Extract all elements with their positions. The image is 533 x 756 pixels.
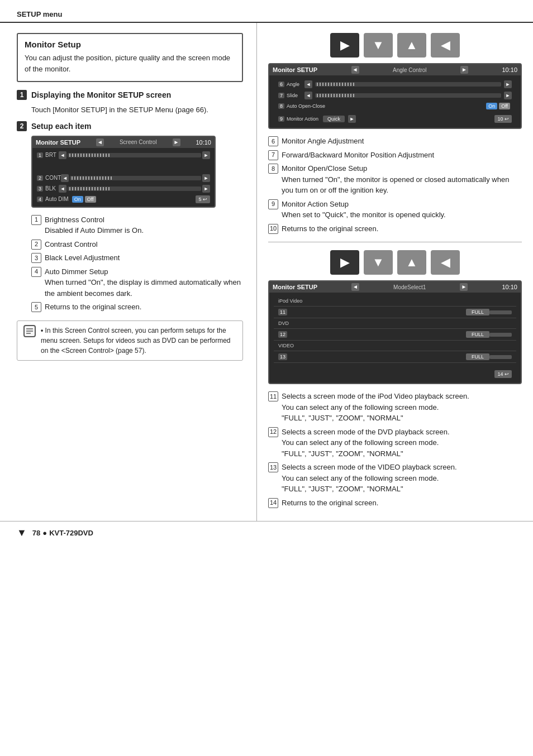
item-3-text: Black Level Adjustment	[45, 252, 120, 264]
video-mode-value[interactable]: FULL	[466, 353, 489, 360]
mode-ui-body: iPod Video 11 FULL DVD 12	[269, 293, 521, 383]
angle-ui-time: 10:10	[502, 66, 517, 73]
slide-arrow-left[interactable]: ◄	[304, 92, 312, 99]
nav-arrow-right[interactable]: ►	[173, 138, 180, 146]
back-btn-10[interactable]: 10 ↩	[494, 115, 512, 123]
mode-select-ui: Monitor SETUP ◄ ModeSelect1 ► 10:10 iPod…	[268, 280, 522, 384]
monitor-action-row: 9 Monitor Action Quick ► 10 ↩	[274, 113, 516, 125]
mode-nav-right[interactable]: ►	[460, 283, 468, 291]
ma-arrow-right[interactable]: ►	[348, 115, 356, 123]
angle-nav-left[interactable]: ◄	[351, 66, 359, 74]
cont-label: 2	[37, 175, 43, 181]
monitor-ui-left: Monitor SETUP ◄ Screen Control ► 10:10 1…	[31, 136, 216, 208]
slide-arrow-right[interactable]: ►	[504, 92, 512, 99]
nav-back-btn2[interactable]: ◀	[431, 250, 460, 275]
mode-ui-time: 10:10	[502, 284, 517, 290]
blk-arrow-right[interactable]: ►	[202, 185, 210, 193]
item-1-main: Brightness Control	[45, 216, 104, 224]
item-8-main: Monitor Open/Close Setup	[282, 164, 367, 173]
slide-slider-wrap: ◄ ►	[304, 92, 512, 99]
badge-8: 8	[268, 164, 278, 174]
step2-heading-text: Setup each item	[31, 122, 91, 131]
dvd-mode-row-header: DVD	[274, 318, 516, 329]
item-4: 4 Auto Dimmer Setup When turned "On", th…	[31, 266, 243, 299]
nav-arrow-left[interactable]: ◄	[96, 138, 104, 146]
slide-row: 7 Slide ◄ ►	[274, 90, 516, 101]
dvd-mode-slider	[489, 333, 512, 337]
back-btn-14[interactable]: 14 ↩	[494, 370, 512, 378]
angle-nav-right[interactable]: ►	[460, 66, 468, 74]
dvd-mode-row: 12 FULL	[274, 329, 516, 341]
angle-arrow-left[interactable]: ◄	[304, 80, 312, 88]
item-4-sub: When turned "On", the display is dimmed …	[45, 277, 243, 299]
nav-down-btn2[interactable]: ▼	[364, 250, 393, 275]
brt-text: BRT	[45, 152, 59, 158]
monitor-setup-desc: You can adjust the position, picture qua…	[25, 52, 235, 74]
item-12-main: Selects a screen mode of the DVD playbac…	[282, 428, 450, 436]
nav-play-btn2[interactable]: ▶	[330, 250, 359, 275]
nav-down-btn[interactable]: ▼	[364, 33, 393, 58]
page-wrapper: SETUP menu Monitor Setup You can adjust …	[0, 0, 533, 544]
angle-arrow-right[interactable]: ►	[504, 80, 512, 88]
item-3: 3 Black Level Adjustment	[31, 252, 243, 264]
dvd-mode-label-header: DVD	[278, 320, 309, 326]
auto-dim-off[interactable]: Off	[85, 196, 96, 203]
angle-ui-title: Monitor SETUP	[273, 66, 317, 73]
badge-1: 1	[31, 215, 41, 225]
cont-arrow-right[interactable]: ►	[202, 174, 210, 182]
ma-quick[interactable]: Quick	[323, 116, 345, 122]
back-btn-5[interactable]: 5 ↩	[196, 195, 210, 203]
blk-arrow-left[interactable]: ◄	[59, 185, 66, 193]
aoc-on[interactable]: On	[486, 103, 497, 109]
badge-7: 7	[268, 150, 278, 160]
auto-open-close-row: 8 Auto Open-Close On Off	[274, 101, 516, 111]
angle-num-badge: 6	[278, 82, 284, 87]
dvd-mode-value[interactable]: FULL	[466, 331, 489, 338]
monitor-setup-title: Monitor Setup	[25, 40, 235, 49]
brt-slider	[68, 153, 201, 157]
item-4-text: Auto Dimmer Setup When turned "On", the …	[45, 266, 243, 299]
item-2: 2 Contrast Control	[31, 239, 243, 250]
ipod-mode-row: iPod Video	[274, 296, 516, 307]
item-13-sub: You can select any of the following scre…	[282, 473, 457, 484]
mode-nav-left[interactable]: ◄	[351, 283, 359, 291]
badge-12: 12	[268, 427, 278, 437]
auto-dim-on[interactable]: On	[72, 196, 83, 203]
slide-ticks	[315, 93, 501, 98]
cont-slider	[70, 176, 201, 180]
nav-back-btn[interactable]: ◀	[431, 33, 460, 58]
item-13: 13 Selects a screen mode of the VIDEO pl…	[268, 462, 522, 495]
item-13-text: Selects a screen mode of the VIDEO playb…	[282, 462, 457, 495]
brt-arrow-right[interactable]: ►	[202, 151, 210, 159]
nav-up-btn2[interactable]: ▲	[397, 250, 426, 275]
item-5: 5 Returns to the original screen.	[31, 302, 243, 313]
video-mode-slider	[489, 355, 512, 359]
cont-row: 2 CONT ◄ ►	[37, 174, 210, 182]
nav-arrows-mid: ▶ ▼ ▲ ◀	[268, 250, 522, 275]
step1-num: 1	[17, 90, 27, 100]
brt-arrow-left[interactable]: ◄	[59, 151, 66, 159]
brt-label: 1	[37, 152, 43, 158]
nav-play-btn[interactable]: ▶	[330, 33, 359, 58]
angle-slider-wrap: ◄ ►	[304, 80, 512, 88]
mode-back-row: 14 ↩	[274, 369, 516, 380]
angle-ui-body: 6 Angle ◄ ►	[269, 75, 521, 128]
cont-arrow-left[interactable]: ◄	[61, 174, 69, 182]
item-1-sub: Disabled if Auto Dimmer is On.	[45, 225, 144, 236]
item-5-text: Returns to the original screen.	[45, 302, 141, 313]
note-bullet: •	[41, 327, 45, 334]
badge-13: 13	[268, 462, 278, 472]
item-9-main: Monitor Action Setup	[282, 200, 349, 208]
aoc-label: Auto Open-Close	[287, 103, 325, 109]
ipod-mode-value[interactable]: FULL	[466, 309, 489, 315]
note-body: In this Screen Control screen, you can p…	[41, 327, 231, 355]
note-text: • In this Screen Control screen, you can…	[41, 326, 237, 356]
blk-slider	[68, 186, 201, 191]
item-1: 1 Brightness Control Disabled if Auto Di…	[31, 214, 243, 236]
monitor-setup-box: Monitor Setup You can adjust the positio…	[17, 33, 243, 82]
nav-up-btn[interactable]: ▲	[397, 33, 426, 58]
item-11-main: Selects a screen mode of the iPod Video …	[282, 392, 469, 400]
aoc-off[interactable]: Off	[499, 103, 510, 109]
blk-label: 3	[37, 186, 43, 192]
angle-row-label: Angle	[287, 82, 304, 87]
